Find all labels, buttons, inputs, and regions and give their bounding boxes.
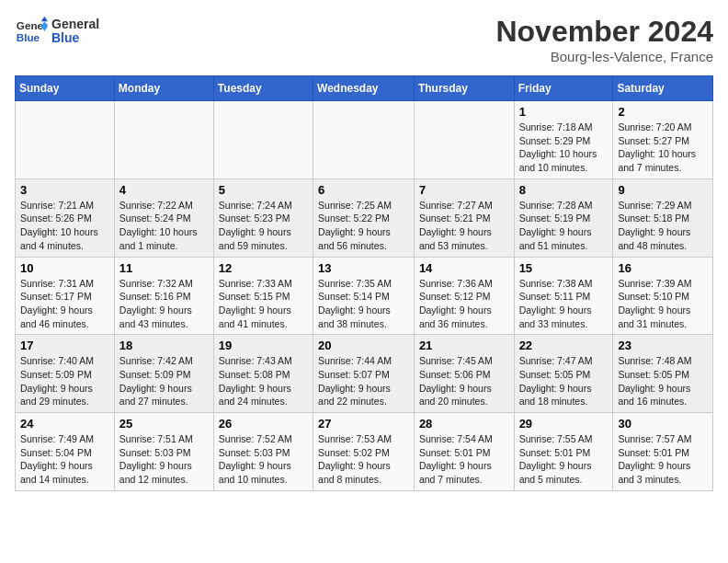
weekday-saturday: Saturday: [613, 76, 713, 101]
day-info: Sunrise: 7:27 AM Sunset: 5:21 PM Dayligh…: [419, 199, 509, 253]
day-cell: 28Sunrise: 7:54 AM Sunset: 5:01 PM Dayli…: [414, 413, 514, 491]
day-info: Sunrise: 7:47 AM Sunset: 5:05 PM Dayligh…: [519, 354, 609, 408]
day-number: 25: [119, 417, 209, 431]
day-info: Sunrise: 7:33 AM Sunset: 5:15 PM Dayligh…: [219, 277, 308, 331]
day-cell: 22Sunrise: 7:47 AM Sunset: 5:05 PM Dayli…: [514, 335, 613, 413]
day-number: 15: [519, 261, 609, 275]
day-cell: [213, 101, 313, 179]
day-info: Sunrise: 7:43 AM Sunset: 5:08 PM Dayligh…: [219, 354, 308, 408]
day-info: Sunrise: 7:21 AM Sunset: 5:26 PM Dayligh…: [20, 199, 109, 253]
day-cell: 26Sunrise: 7:52 AM Sunset: 5:03 PM Dayli…: [213, 413, 313, 491]
logo-text-general: General: [51, 17, 99, 31]
day-number: 4: [119, 183, 209, 197]
weekday-monday: Monday: [114, 76, 213, 101]
day-cell: [313, 101, 415, 179]
day-cell: 27Sunrise: 7:53 AM Sunset: 5:02 PM Dayli…: [313, 413, 415, 491]
day-cell: [16, 101, 115, 179]
day-cell: 21Sunrise: 7:45 AM Sunset: 5:06 PM Dayli…: [414, 335, 514, 413]
day-cell: [414, 101, 514, 179]
day-number: 28: [419, 417, 509, 431]
day-cell: 25Sunrise: 7:51 AM Sunset: 5:03 PM Dayli…: [114, 413, 213, 491]
location-title: Bourg-les-Valence, France: [495, 49, 713, 64]
day-number: 13: [318, 261, 409, 275]
day-cell: 3Sunrise: 7:21 AM Sunset: 5:26 PM Daylig…: [16, 178, 115, 257]
day-info: Sunrise: 7:24 AM Sunset: 5:23 PM Dayligh…: [219, 199, 308, 253]
day-info: Sunrise: 7:25 AM Sunset: 5:22 PM Dayligh…: [318, 199, 409, 253]
week-row-4: 17Sunrise: 7:40 AM Sunset: 5:09 PM Dayli…: [16, 335, 713, 413]
day-cell: 17Sunrise: 7:40 AM Sunset: 5:09 PM Dayli…: [16, 335, 115, 413]
day-number: 6: [318, 183, 409, 197]
header: General Blue General Blue November 2024 …: [15, 15, 713, 64]
weekday-friday: Friday: [514, 76, 613, 101]
calendar-table: SundayMondayTuesdayWednesdayThursdayFrid…: [15, 75, 713, 491]
day-number: 19: [219, 339, 308, 352]
day-number: 27: [318, 417, 409, 431]
day-cell: [114, 101, 213, 179]
day-info: Sunrise: 7:57 AM Sunset: 5:01 PM Dayligh…: [618, 432, 708, 487]
day-info: Sunrise: 7:20 AM Sunset: 5:27 PM Dayligh…: [618, 121, 708, 175]
day-cell: 20Sunrise: 7:44 AM Sunset: 5:07 PM Dayli…: [313, 335, 415, 413]
day-info: Sunrise: 7:52 AM Sunset: 5:03 PM Dayligh…: [219, 432, 308, 487]
day-info: Sunrise: 7:31 AM Sunset: 5:17 PM Dayligh…: [20, 277, 109, 331]
day-info: Sunrise: 7:35 AM Sunset: 5:14 PM Dayligh…: [318, 277, 409, 331]
day-cell: 10Sunrise: 7:31 AM Sunset: 5:17 PM Dayli…: [16, 257, 115, 335]
day-cell: 30Sunrise: 7:57 AM Sunset: 5:01 PM Dayli…: [613, 413, 713, 491]
day-info: Sunrise: 7:40 AM Sunset: 5:09 PM Dayligh…: [20, 354, 109, 408]
day-cell: 7Sunrise: 7:27 AM Sunset: 5:21 PM Daylig…: [414, 178, 514, 257]
day-cell: 14Sunrise: 7:36 AM Sunset: 5:12 PM Dayli…: [414, 257, 514, 335]
day-cell: 5Sunrise: 7:24 AM Sunset: 5:23 PM Daylig…: [213, 178, 313, 257]
weekday-sunday: Sunday: [16, 76, 115, 101]
day-number: 30: [618, 417, 708, 431]
day-info: Sunrise: 7:45 AM Sunset: 5:06 PM Dayligh…: [419, 354, 509, 408]
day-info: Sunrise: 7:29 AM Sunset: 5:18 PM Dayligh…: [618, 199, 708, 253]
day-number: 1: [519, 105, 609, 119]
day-number: 12: [219, 261, 308, 275]
day-info: Sunrise: 7:44 AM Sunset: 5:07 PM Dayligh…: [318, 354, 409, 408]
day-cell: 29Sunrise: 7:55 AM Sunset: 5:01 PM Dayli…: [514, 413, 613, 491]
logo-icon: General Blue: [15, 15, 48, 48]
week-row-1: 1Sunrise: 7:18 AM Sunset: 5:29 PM Daylig…: [16, 101, 713, 179]
day-info: Sunrise: 7:36 AM Sunset: 5:12 PM Dayligh…: [419, 277, 509, 331]
logo-text-blue: Blue: [51, 31, 99, 45]
day-cell: 19Sunrise: 7:43 AM Sunset: 5:08 PM Dayli…: [213, 335, 313, 413]
week-row-3: 10Sunrise: 7:31 AM Sunset: 5:17 PM Dayli…: [16, 257, 713, 335]
day-info: Sunrise: 7:28 AM Sunset: 5:19 PM Dayligh…: [519, 199, 609, 253]
day-cell: 16Sunrise: 7:39 AM Sunset: 5:10 PM Dayli…: [613, 257, 713, 335]
day-info: Sunrise: 7:42 AM Sunset: 5:09 PM Dayligh…: [119, 354, 209, 408]
week-row-5: 24Sunrise: 7:49 AM Sunset: 5:04 PM Dayli…: [16, 413, 713, 491]
day-info: Sunrise: 7:39 AM Sunset: 5:10 PM Dayligh…: [618, 277, 708, 331]
day-number: 11: [119, 261, 209, 275]
day-cell: 15Sunrise: 7:38 AM Sunset: 5:11 PM Dayli…: [514, 257, 613, 335]
day-info: Sunrise: 7:49 AM Sunset: 5:04 PM Dayligh…: [20, 432, 109, 487]
week-row-2: 3Sunrise: 7:21 AM Sunset: 5:26 PM Daylig…: [16, 178, 713, 257]
day-info: Sunrise: 7:51 AM Sunset: 5:03 PM Dayligh…: [119, 432, 209, 487]
title-area: November 2024 Bourg-les-Valence, France: [495, 15, 713, 64]
day-cell: 1Sunrise: 7:18 AM Sunset: 5:29 PM Daylig…: [514, 101, 613, 179]
day-info: Sunrise: 7:55 AM Sunset: 5:01 PM Dayligh…: [519, 432, 609, 487]
logo: General Blue General Blue: [15, 15, 99, 48]
day-cell: 23Sunrise: 7:48 AM Sunset: 5:05 PM Dayli…: [613, 335, 713, 413]
day-info: Sunrise: 7:32 AM Sunset: 5:16 PM Dayligh…: [119, 277, 209, 331]
day-cell: 4Sunrise: 7:22 AM Sunset: 5:24 PM Daylig…: [114, 178, 213, 257]
day-number: 5: [219, 183, 308, 197]
day-number: 24: [20, 417, 109, 431]
day-number: 16: [618, 261, 708, 275]
month-title: November 2024: [495, 15, 713, 49]
day-cell: 9Sunrise: 7:29 AM Sunset: 5:18 PM Daylig…: [613, 178, 713, 257]
day-number: 23: [618, 339, 708, 352]
day-number: 7: [419, 183, 509, 197]
weekday-tuesday: Tuesday: [213, 76, 313, 101]
weekday-wednesday: Wednesday: [313, 76, 415, 101]
day-number: 22: [519, 339, 609, 352]
calendar-body: 1Sunrise: 7:18 AM Sunset: 5:29 PM Daylig…: [16, 101, 713, 491]
day-number: 17: [20, 339, 109, 352]
day-number: 18: [119, 339, 209, 352]
day-cell: 11Sunrise: 7:32 AM Sunset: 5:16 PM Dayli…: [114, 257, 213, 335]
day-number: 10: [20, 261, 109, 275]
day-cell: 8Sunrise: 7:28 AM Sunset: 5:19 PM Daylig…: [514, 178, 613, 257]
day-info: Sunrise: 7:38 AM Sunset: 5:11 PM Dayligh…: [519, 277, 609, 331]
svg-text:Blue: Blue: [17, 31, 40, 43]
day-number: 2: [618, 105, 708, 119]
day-number: 14: [419, 261, 509, 275]
day-number: 29: [519, 417, 609, 431]
